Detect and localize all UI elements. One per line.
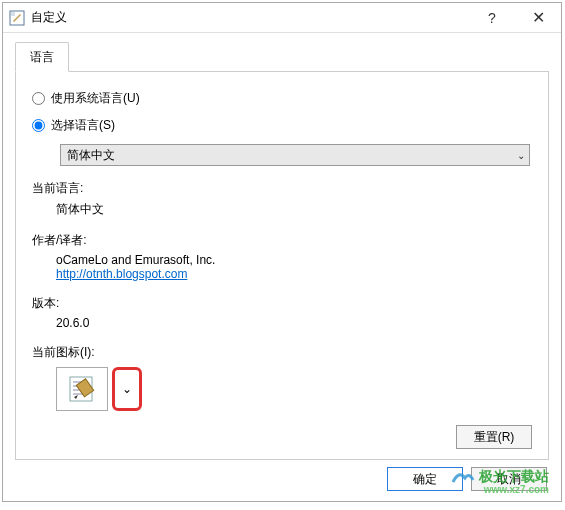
author-link[interactable]: http://otnth.blogspot.com bbox=[56, 267, 187, 281]
current-icon-label: 当前图标(I): bbox=[32, 344, 532, 361]
version-value: 20.6.0 bbox=[56, 316, 532, 330]
radio-use-system-language[interactable]: 使用系统语言(U) bbox=[32, 90, 532, 107]
tab-header: 语言 bbox=[15, 41, 549, 72]
author-label: 作者/译者: bbox=[32, 232, 532, 249]
radio-use-system-input[interactable] bbox=[32, 92, 45, 105]
radio-select-language[interactable]: 选择语言(S) bbox=[32, 117, 532, 134]
icon-dropdown-button[interactable]: ⌄ bbox=[112, 367, 142, 411]
help-button[interactable]: ? bbox=[469, 3, 515, 33]
icon-preview[interactable] bbox=[56, 367, 108, 411]
author-value: oCameLo and Emurasoft, Inc. http://otnth… bbox=[56, 253, 532, 281]
language-select[interactable]: 简体中文 ⌄ bbox=[60, 144, 530, 166]
content-area: 语言 使用系统语言(U) 选择语言(S) 简体中文 ⌄ 当前语言: 简体中文 作… bbox=[3, 33, 561, 460]
reset-button[interactable]: 重置(R) bbox=[456, 425, 532, 449]
app-icon bbox=[9, 10, 25, 26]
chevron-down-icon: ⌄ bbox=[517, 150, 525, 161]
tab-language[interactable]: 语言 bbox=[15, 42, 69, 72]
cancel-button[interactable]: 取消 bbox=[471, 467, 547, 491]
icon-row: ⌄ bbox=[56, 367, 532, 411]
notepad-icon bbox=[66, 373, 98, 405]
dialog-footer: 确定 取消 bbox=[387, 467, 547, 491]
svg-rect-1 bbox=[11, 12, 15, 16]
chevron-down-icon: ⌄ bbox=[122, 382, 132, 396]
author-name: oCameLo and Emurasoft, Inc. bbox=[56, 253, 215, 267]
radio-use-system-label: 使用系统语言(U) bbox=[51, 90, 140, 107]
language-select-wrap: 简体中文 ⌄ bbox=[60, 144, 532, 166]
version-label: 版本: bbox=[32, 295, 532, 312]
ok-button[interactable]: 确定 bbox=[387, 467, 463, 491]
tab-body: 使用系统语言(U) 选择语言(S) 简体中文 ⌄ 当前语言: 简体中文 作者/译… bbox=[15, 72, 549, 460]
radio-select-lang-input[interactable] bbox=[32, 119, 45, 132]
titlebar: 自定义 ? ✕ bbox=[3, 3, 561, 33]
radio-select-lang-label: 选择语言(S) bbox=[51, 117, 115, 134]
reset-row: 重置(R) bbox=[456, 425, 532, 449]
current-language-value: 简体中文 bbox=[56, 201, 532, 218]
dialog-title: 自定义 bbox=[31, 9, 469, 26]
current-language-label: 当前语言: bbox=[32, 180, 532, 197]
customize-dialog: 自定义 ? ✕ 语言 使用系统语言(U) 选择语言(S) 简体中文 ⌄ 当前语 bbox=[2, 2, 562, 502]
language-select-value: 简体中文 bbox=[67, 147, 115, 164]
close-button[interactable]: ✕ bbox=[515, 3, 561, 33]
